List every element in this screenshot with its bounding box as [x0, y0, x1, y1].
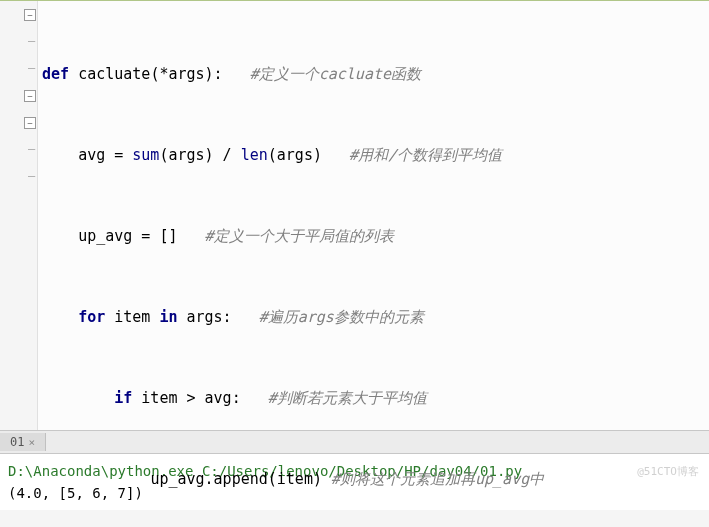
code-line[interactable]: if item > avg: #判断若元素大于平均值 [42, 385, 709, 412]
args: (args) [159, 146, 213, 164]
comment: #则将这个元素追加再up_avg中 [331, 470, 544, 488]
tab-active[interactable]: 01 × [0, 433, 46, 451]
comment: #遍历args参数中的元素 [259, 308, 424, 326]
fold-toggle-icon[interactable]: − [24, 90, 36, 102]
code-line[interactable]: for item in args: #遍历args参数中的元素 [42, 304, 709, 331]
args: (args) [268, 146, 322, 164]
code-line[interactable]: up_avg = [] #定义一个大于平局值的列表 [42, 223, 709, 250]
signature: (*args): [150, 65, 222, 83]
iter: args: [177, 308, 231, 326]
comment: #定义一个大于平局值的列表 [205, 227, 394, 245]
comment: #判断若元素大于平均值 [268, 389, 427, 407]
op: / [214, 146, 241, 164]
keyword-in: in [159, 308, 177, 326]
condition: item > avg: [132, 389, 240, 407]
fold-tick-icon: – [28, 142, 35, 156]
fold-tick-icon: – [28, 169, 35, 183]
fold-tick-icon: – [28, 34, 35, 48]
tab-label: 01 [10, 435, 24, 449]
assign: avg = [78, 146, 132, 164]
close-icon[interactable]: × [28, 436, 35, 449]
code-line[interactable]: up_avg.append(item) #则将这个元素追加再up_avg中 [42, 466, 709, 493]
code-line[interactable]: avg = sum(args) / len(args) #用和/个数得到平均值 [42, 142, 709, 169]
code-area[interactable]: def cacluate(*args): #定义一个cacluate函数 avg… [42, 7, 709, 527]
keyword-def: def [42, 65, 69, 83]
comment: #用和/个数得到平均值 [349, 146, 502, 164]
call: up_avg.append(item) [150, 470, 322, 488]
fold-toggle-icon[interactable]: − [24, 9, 36, 21]
code-line[interactable]: def cacluate(*args): #定义一个cacluate函数 [42, 61, 709, 88]
function-name: cacluate [78, 65, 150, 83]
builtin-len: len [241, 146, 268, 164]
editor-gutter: − – – − − – – [0, 1, 38, 430]
watermark: @51CTO博客 [637, 464, 699, 479]
comment: #定义一个cacluate函数 [250, 65, 421, 83]
var: item [105, 308, 159, 326]
fold-tick-icon: – [28, 61, 35, 75]
code-editor[interactable]: − – – − − – – def cacluate(*args): #定义一个… [0, 0, 709, 430]
assign: up_avg = [] [78, 227, 177, 245]
builtin-sum: sum [132, 146, 159, 164]
keyword-for: for [78, 308, 105, 326]
fold-toggle-icon[interactable]: − [24, 117, 36, 129]
keyword-if: if [114, 389, 132, 407]
